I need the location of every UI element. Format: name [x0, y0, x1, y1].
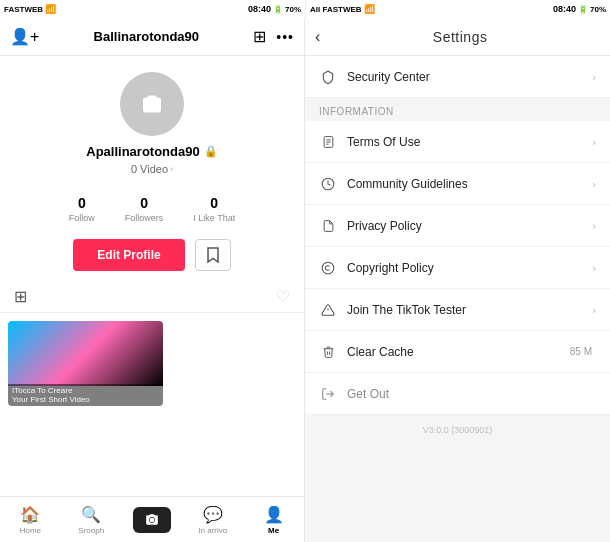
stat-likes[interactable]: 0 I Like That [193, 195, 235, 223]
profile-header: 👤+ Ballinarotonda90 ⊞ ••• [0, 18, 304, 56]
carrier-right: All FASTWEB [310, 5, 362, 14]
settings-list: Security Center › INFORMATION Terms Of U… [305, 56, 610, 542]
version-text: V3.0.0 (3000901) [305, 415, 610, 445]
add-user-icon[interactable]: 👤+ [10, 27, 39, 46]
username-text: Apallinarotonda90 [86, 144, 199, 159]
security-chevron: › [592, 71, 596, 83]
battery-pct-left: 70% [285, 5, 301, 14]
settings-community[interactable]: Community Guidelines › [305, 163, 610, 205]
settings-tester[interactable]: Join The TikTok Tester › [305, 289, 610, 331]
bottom-nav: 🏠 Home 🔍 Srooph 💬 In arrivo [0, 496, 304, 542]
dual-status-bar: FASTWEB 📶 08:40 🔋 70% All FASTWEB 📶 08:4… [0, 0, 610, 18]
video-count-text: 0 Video [131, 163, 168, 175]
community-label: Community Guidelines [347, 177, 592, 191]
left-panel-profile: 👤+ Ballinarotonda90 ⊞ ••• Apallinarotond… [0, 18, 305, 542]
nav-messages-label: In arrivo [198, 526, 227, 535]
battery-left: 🔋 [273, 5, 283, 14]
nav-messages[interactable]: 💬 In arrivo [182, 505, 243, 535]
likes-count: 0 [210, 195, 218, 211]
video-thumbnail [8, 321, 163, 386]
info-section-header: INFORMATION [305, 98, 610, 121]
privacy-icon [319, 219, 337, 233]
bookmark-button[interactable] [195, 239, 231, 271]
heart-tab-icon[interactable]: ♡ [276, 287, 290, 306]
settings-get-out[interactable]: Get Out [305, 373, 610, 415]
stats-row: 0 Follow 0 Followers 0 I Like That [0, 183, 304, 231]
nav-search[interactable]: 🔍 Srooph [61, 505, 122, 535]
nav-me[interactable]: 👤 Me [243, 505, 304, 535]
settings-terms[interactable]: Terms Of Use › [305, 121, 610, 163]
nav-me-label: Me [268, 526, 279, 535]
status-bar-left: FASTWEB 📶 08:40 🔋 70% [0, 0, 305, 18]
clear-cache-value: 85 M [570, 346, 592, 357]
profile-icon: 👤 [264, 505, 284, 524]
avatar[interactable] [120, 72, 184, 136]
username-display: Apallinarotonda90 🔒 [86, 144, 217, 159]
grid-tab-icon[interactable]: ⊞ [14, 287, 27, 306]
bookmark-icon [206, 247, 220, 263]
camera-nav-icon [133, 507, 171, 533]
nav-home[interactable]: 🏠 Home [0, 505, 61, 535]
battery-right: 🔋 [578, 5, 588, 14]
time-left: 08:40 [248, 4, 271, 14]
content-tabs: ⊞ ♡ [0, 281, 304, 313]
video-count: 0 Video › [131, 163, 173, 175]
tester-chevron: › [592, 304, 596, 316]
follow-label: Follow [69, 213, 95, 223]
stat-follow[interactable]: 0 Follow [69, 195, 95, 223]
tester-icon [319, 303, 337, 317]
nav-camera[interactable] [122, 507, 183, 533]
edit-profile-button[interactable]: Edit Profile [73, 239, 184, 271]
action-row: Edit Profile [0, 231, 304, 281]
messages-icon: 💬 [203, 505, 223, 524]
settings-security-center[interactable]: Security Center › [305, 56, 610, 98]
battery-pct-right: 70% [590, 5, 606, 14]
privacy-label: Privacy Policy [347, 219, 592, 233]
video-placeholder-card[interactable]: ITocca To Creare Your First Short Video [8, 321, 163, 406]
terms-chevron: › [592, 136, 596, 148]
time-right: 08:40 [553, 4, 576, 14]
settings-header: ‹ Settings [305, 18, 610, 56]
get-out-icon [319, 387, 337, 401]
main-content: 👤+ Ballinarotonda90 ⊞ ••• Apallinarotond… [0, 18, 610, 542]
community-icon [319, 177, 337, 191]
carrier-left: FASTWEB [4, 5, 43, 14]
grid-icon[interactable]: ⊞ [253, 27, 266, 46]
stat-followers[interactable]: 0 Followers [125, 195, 164, 223]
community-chevron: › [592, 178, 596, 190]
header-left-icons: 👤+ [10, 27, 39, 46]
search-icon: 🔍 [81, 505, 101, 524]
status-bar-right: All FASTWEB 📶 08:40 🔋 70% [305, 0, 610, 18]
svg-point-0 [150, 517, 155, 522]
video-caption: ITocca To Creare Your First Short Video [8, 384, 163, 406]
more-icon[interactable]: ••• [276, 29, 294, 45]
clear-cache-label: Clear Cache [347, 345, 570, 359]
wifi-right: 📶 [364, 4, 375, 14]
settings-title: Settings [320, 29, 600, 45]
video-chevron: › [170, 164, 173, 174]
terms-label: Terms Of Use [347, 135, 592, 149]
shield-icon [319, 70, 337, 84]
followers-label: Followers [125, 213, 164, 223]
nav-home-label: Home [20, 526, 41, 535]
privacy-chevron: › [592, 220, 596, 232]
clear-cache-icon [319, 345, 337, 359]
camera-icon [140, 92, 164, 116]
svg-point-6 [322, 262, 334, 274]
video-grid: ITocca To Creare Your First Short Video [0, 313, 304, 496]
likes-label: I Like That [193, 213, 235, 223]
profile-username: Ballinarotonda90 [39, 29, 253, 44]
settings-clear-cache[interactable]: Clear Cache 85 M [305, 331, 610, 373]
get-out-label: Get Out [347, 387, 596, 401]
video-caption-line2: Your First Short Video [12, 395, 159, 404]
tester-label: Join The TikTok Tester [347, 303, 592, 317]
home-icon: 🏠 [20, 505, 40, 524]
settings-copyright[interactable]: Copyright Policy › [305, 247, 610, 289]
video-caption-line1: ITocca To Creare [12, 386, 159, 395]
settings-privacy[interactable]: Privacy Policy › [305, 205, 610, 247]
nav-search-label: Srooph [78, 526, 104, 535]
follow-count: 0 [78, 195, 86, 211]
header-right-icons: ⊞ ••• [253, 27, 294, 46]
right-panel-settings: ‹ Settings Security Center › INFORMATION [305, 18, 610, 542]
followers-count: 0 [140, 195, 148, 211]
